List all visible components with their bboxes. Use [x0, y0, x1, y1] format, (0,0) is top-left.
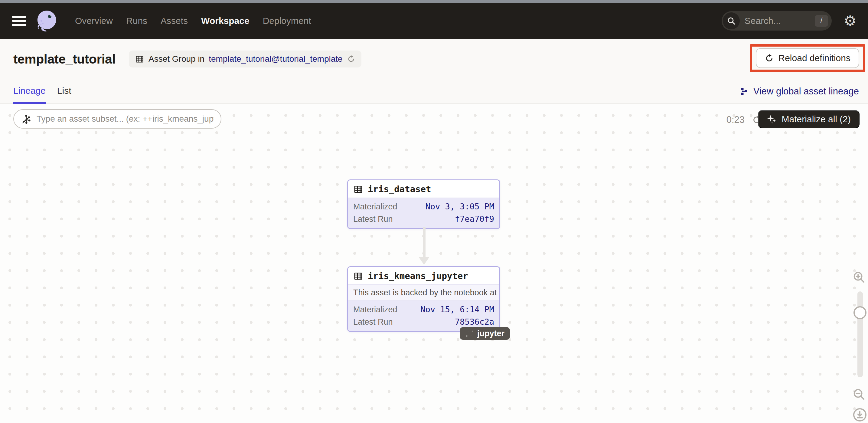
asset-name: iris_kmeans_jupyter: [368, 271, 468, 281]
asset-description: This asset is backed by the notebook at …: [348, 285, 499, 301]
zoom-in-button[interactable]: [852, 270, 866, 285]
stat-row: Materialized Nov 3, 3:05 PM: [353, 202, 494, 212]
code-location-link[interactable]: template_tutorial@tutorial_template: [209, 54, 342, 64]
stat-value[interactable]: Nov 3, 3:05 PM: [425, 202, 494, 211]
asset-node-iris-dataset[interactable]: iris_dataset Materialized Nov 3, 3:05 PM…: [347, 179, 500, 229]
edge-arrow: [418, 227, 430, 265]
table-icon: [135, 55, 144, 64]
hamburger-menu-icon[interactable]: [12, 16, 26, 26]
search-placeholder: Search...: [745, 16, 815, 26]
lineage-icon: [740, 87, 749, 96]
asset-node-stats: Materialized Nov 15, 6:14 PM Latest Run …: [348, 301, 499, 331]
materialize-all-label: Materialize all (2): [782, 114, 851, 124]
stat-row: Latest Run f7ea70f9: [353, 214, 494, 224]
stat-value[interactable]: 78536c2a: [455, 317, 494, 327]
nav-item-workspace[interactable]: Workspace: [201, 16, 249, 26]
stat-value[interactable]: Nov 15, 6:14 PM: [421, 305, 494, 314]
tabs-band: Lineage List View global asset lineage: [0, 79, 868, 104]
search-icon: [723, 12, 740, 29]
zoom-slider-track[interactable]: [858, 291, 863, 377]
compute-kind-label: jupyter: [477, 329, 504, 338]
zoom-out-button[interactable]: [852, 387, 866, 402]
asset-node-stats: Materialized Nov 3, 3:05 PM Latest Run f…: [348, 198, 499, 228]
download-image-button[interactable]: [852, 407, 867, 423]
window-top-edge: [0, 0, 868, 3]
asset-graph-canvas[interactable]: 0:23 Materialize all (2) iris_dataset: [0, 104, 868, 423]
stat-label: Latest Run: [353, 318, 393, 327]
reload-definitions-button[interactable]: Reload definitions: [756, 48, 860, 68]
refresh-countdown: 0:23: [726, 114, 745, 125]
stat-label: Latest Run: [353, 214, 393, 224]
page-header: template_tutorial Asset Group in templat…: [0, 39, 868, 79]
stat-row: Latest Run 78536c2a: [353, 317, 494, 327]
badge-refresh-icon[interactable]: [347, 55, 355, 63]
dagster-logo-icon[interactable]: [34, 9, 58, 33]
nav-item-runs[interactable]: Runs: [126, 16, 147, 26]
primary-nav: Overview Runs Assets Workspace Deploymen…: [75, 16, 311, 26]
stat-label: Materialized: [353, 202, 397, 212]
stat-label: Materialized: [353, 305, 397, 314]
search-shortcut-key: /: [815, 15, 828, 27]
navbar-right: Search... / ⚙: [722, 11, 857, 31]
nav-item-assets[interactable]: Assets: [161, 16, 188, 26]
top-navbar: Overview Runs Assets Workspace Deploymen…: [0, 3, 868, 39]
stat-value[interactable]: f7ea70f9: [455, 214, 494, 223]
nav-item-deployment[interactable]: Deployment: [263, 16, 311, 26]
asset-subset-input[interactable]: [37, 114, 214, 124]
gear-icon[interactable]: ⚙: [844, 13, 857, 28]
stat-row: Materialized Nov 15, 6:14 PM: [353, 305, 494, 314]
tab-lineage[interactable]: Lineage: [13, 79, 46, 104]
view-global-asset-lineage-label: View global asset lineage: [753, 86, 859, 97]
refresh-icon: [765, 54, 774, 63]
asset-name: iris_dataset: [368, 184, 431, 194]
op-selector-icon: [21, 114, 32, 125]
search-input[interactable]: Search... /: [722, 11, 832, 31]
group-badge-prefix: Asset Group in: [149, 54, 205, 64]
reload-definitions-label: Reload definitions: [778, 53, 851, 63]
dagster-workspace-page: Overview Runs Assets Workspace Deploymen…: [0, 0, 868, 423]
jupyter-icon: [465, 329, 474, 338]
table-icon: [353, 271, 363, 281]
asset-node-header: iris_dataset: [348, 180, 499, 198]
red-highlight-annotation: Reload definitions: [750, 44, 866, 72]
tab-list[interactable]: List: [57, 79, 71, 104]
asset-filter-field[interactable]: [13, 109, 221, 129]
page-title: template_tutorial: [13, 52, 116, 66]
zoom-slider-knob[interactable]: [854, 306, 867, 319]
table-icon: [353, 184, 363, 194]
materialize-all-button[interactable]: Materialize all (2): [758, 110, 860, 128]
compute-kind-tag-jupyter[interactable]: jupyter: [460, 327, 510, 340]
sparkle-icon: [767, 114, 777, 124]
view-global-asset-lineage-link[interactable]: View global asset lineage: [740, 86, 859, 97]
asset-group-badge: Asset Group in template_tutorial@tutoria…: [129, 51, 362, 67]
asset-node-iris-kmeans-jupyter[interactable]: iris_kmeans_jupyter This asset is backed…: [347, 266, 500, 332]
nav-item-overview[interactable]: Overview: [75, 16, 113, 26]
asset-node-header: iris_kmeans_jupyter: [348, 267, 499, 285]
